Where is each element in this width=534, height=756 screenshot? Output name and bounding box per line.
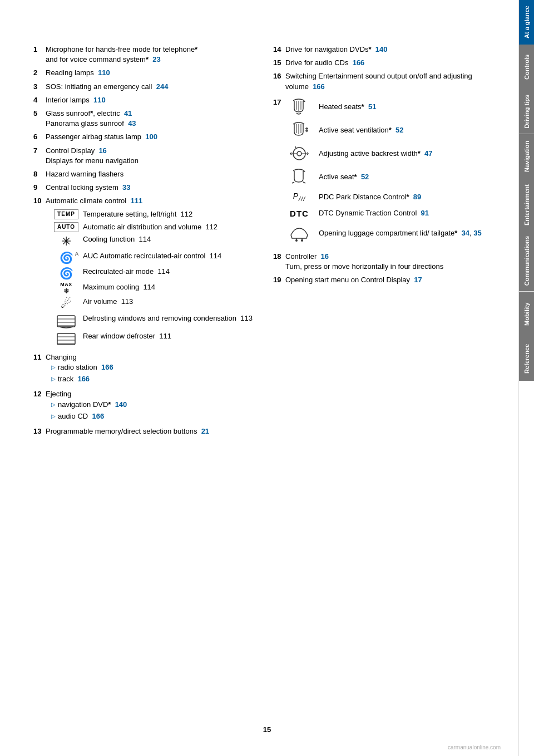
max-icon: MAX ❄	[54, 282, 78, 294]
list-item: 3 SOS: initiating an emergency call 244	[33, 82, 256, 92]
page-ref: 34	[462, 229, 469, 237]
item-content: Ejecting ▷ navigation DVD* 140 ▷ audio C…	[46, 389, 256, 423]
page-ref: 21	[201, 427, 209, 435]
right-sub-row: Adjusting active backrest width* 47	[285, 144, 496, 163]
item-content: Drive for audio CDs 166	[285, 58, 496, 68]
item-content: Passenger airbag status lamp 100	[46, 132, 256, 142]
climate-sub-item: AUTO Automatic air distribution and volu…	[54, 222, 256, 232]
right-column: 14 Drive for navigation DVDs* 140 15 Dri…	[273, 45, 496, 723]
page-ref: 166	[77, 374, 90, 384]
svg-rect-4	[57, 333, 75, 345]
sub-item-text: Automatic air distribution and volume 11…	[83, 222, 256, 232]
list-item: 4 Interior lamps 110	[33, 95, 256, 105]
item-content: Automatic climate control 111	[46, 196, 256, 206]
cooling-icon: ✳	[54, 234, 78, 249]
list-item: 19 Opening start menu on Control Display…	[273, 275, 496, 285]
left-column: 1 Microphone for hands-free mode for tel…	[33, 45, 256, 723]
page-ref: 140	[115, 400, 127, 410]
item-content: Glass sunroof*, electric 41 Panorama gla…	[46, 109, 256, 129]
page-ref: 112	[205, 223, 217, 231]
climate-sub-items: TEMP Temperature setting, left/right 112…	[46, 209, 256, 346]
page-ref: 47	[424, 149, 432, 158]
backrest-width-text: Adjusting active backrest width* 47	[319, 149, 433, 159]
item-number: 9	[33, 183, 46, 193]
item-content: Reading lamps 110	[46, 68, 256, 78]
heated-seat-icon	[285, 97, 313, 116]
item-number: 15	[273, 58, 285, 68]
page-ref: 111	[130, 197, 142, 205]
sidebar-item-controls[interactable]: Controls	[519, 45, 534, 89]
list-item: 16 Switching Entertainment sound output …	[273, 71, 496, 91]
list-item: 2 Reading lamps 110	[33, 68, 256, 78]
climate-sub-item: 🌀 A AUC Automatic recirculated-air contr…	[54, 251, 256, 264]
auc-icon: 🌀 A	[54, 251, 78, 264]
indent-item: ▷ track 166	[51, 374, 256, 384]
sub-item-text: AUC Automatic recirculated-air control 1…	[83, 251, 256, 261]
sub-item-text: Cooling function 114	[83, 234, 256, 244]
list-item: 9 Central locking system 33	[33, 183, 256, 193]
page-ref: 113	[240, 314, 253, 322]
page-ref: 51	[368, 102, 376, 111]
rear-defroster-icon	[54, 331, 78, 347]
pdc-text: PDC Park Distance Control* 89	[319, 192, 421, 202]
arrow-bullet-icon: ▷	[51, 375, 56, 383]
indent-item: ▷ audio CD 166	[51, 411, 256, 421]
item-content: Programmable memory/direct selection but…	[46, 426, 256, 436]
watermark: carmanualonline.com	[448, 744, 501, 750]
page-ref: 100	[145, 132, 157, 141]
item-number: 18	[273, 252, 285, 272]
item-content: Microphone for hands-free mode for telep…	[46, 45, 256, 65]
page-ref: 35	[473, 229, 481, 237]
svg-point-9	[297, 151, 301, 156]
item-number: 7	[33, 146, 46, 166]
backrest-width-icon	[285, 144, 313, 163]
list-item: 6 Passenger airbag status lamp 100	[33, 132, 256, 142]
climate-sub-item: TEMP Temperature setting, left/right 112	[54, 209, 256, 219]
page-ref: 23	[152, 55, 160, 63]
right-sub-row: Active seat ventilation* 52	[285, 121, 496, 140]
right-sub-row: Heated seats* 51	[285, 97, 496, 116]
item-content: Heated seats* 51	[285, 97, 496, 247]
page-number: 15	[263, 725, 271, 734]
arrow-bullet-icon: ▷	[51, 401, 56, 409]
list-item: 11 Changing ▷ radio station 166 ▷ track …	[33, 352, 256, 386]
sidebar-item-communications[interactable]: Communications	[519, 230, 534, 291]
climate-sub-item: MAX ❄ Maximum cooling 114	[54, 282, 256, 294]
item-number: 6	[33, 132, 46, 142]
item-number: 16	[273, 71, 285, 91]
item-content: Interior lamps 110	[46, 95, 256, 105]
sidebar-item-mobility[interactable]: Mobility	[519, 292, 534, 336]
page-ref: 140	[375, 45, 388, 53]
page-ref: 41	[124, 109, 132, 117]
item-number: 19	[273, 275, 285, 285]
luggage-icon	[285, 224, 313, 243]
pdc-icon: P///	[285, 191, 313, 203]
item-number: 14	[273, 45, 285, 55]
sidebar-item-at-a-glance[interactable]: At a glance	[519, 0, 534, 45]
page-ref: 16	[98, 146, 106, 155]
sub-item-text: Defrosting windows and removing condensa…	[83, 313, 256, 323]
sidebar-item-navigation[interactable]: Navigation	[519, 134, 534, 179]
right-sub-row: DTC DTC Dynamic Traction Control 91	[285, 208, 496, 219]
seat-ventilation-text: Active seat ventilation* 52	[319, 125, 404, 135]
page-ref: 166	[353, 58, 365, 67]
seat-ventilation-icon	[285, 121, 313, 140]
luggage-text: Opening luggage compartment lid/ tailgat…	[319, 228, 482, 238]
list-item: 5 Glass sunroof*, electric 41 Panorama g…	[33, 109, 256, 129]
page-ref: 112	[181, 210, 193, 218]
item-content: Hazard warning flashers	[46, 169, 256, 179]
page-ref: 43	[128, 119, 136, 127]
climate-sub-item: Rear window defroster 111	[54, 331, 256, 347]
item-number: 11	[33, 352, 46, 386]
sidebar-item-driving-tips[interactable]: Driving tips	[519, 89, 534, 134]
sidebar-item-entertainment[interactable]: Entertainment	[519, 179, 534, 231]
item-content: Switching Entertainment sound output on/…	[285, 71, 496, 91]
sidebar-item-reference[interactable]: Reference	[519, 336, 534, 381]
page-ref: 166	[92, 411, 104, 421]
item-content: SOS: initiating an emergency call 244	[46, 82, 256, 92]
item-number: 13	[33, 426, 46, 436]
sidebar: At a glance Controls Driving tips Naviga…	[518, 0, 534, 756]
page-ref: 114	[157, 267, 170, 276]
page-ref: 114	[143, 283, 155, 291]
item-number: 17	[273, 97, 285, 247]
